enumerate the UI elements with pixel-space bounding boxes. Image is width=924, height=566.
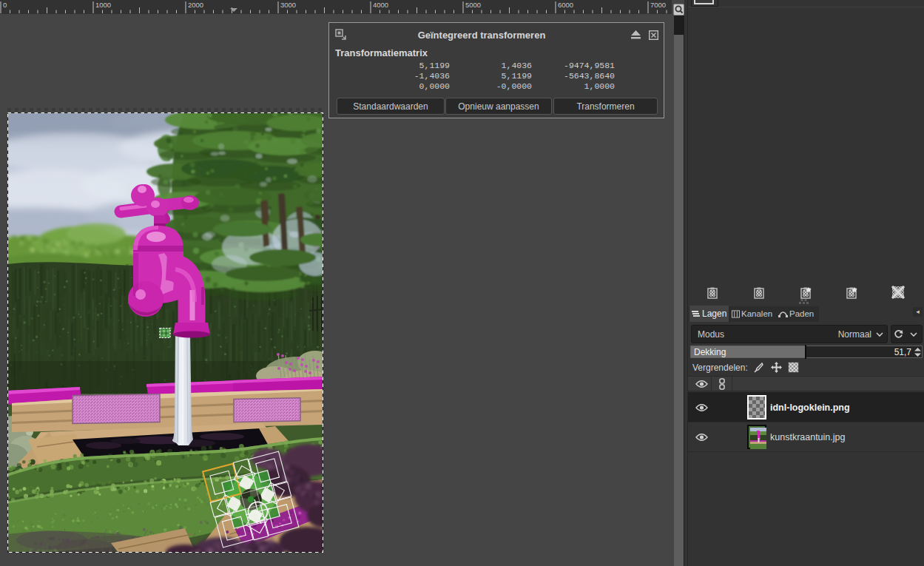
svg-text:6000: 6000 <box>558 1 573 9</box>
svg-text:0: 0 <box>3 1 7 9</box>
svg-text:4000: 4000 <box>373 1 388 9</box>
svg-text:7000: 7000 <box>650 1 666 9</box>
svg-text:5000: 5000 <box>465 1 481 9</box>
svg-text:3000: 3000 <box>280 1 296 9</box>
svg-text:1000: 1000 <box>95 1 111 9</box>
svg-text:2000: 2000 <box>188 1 203 9</box>
